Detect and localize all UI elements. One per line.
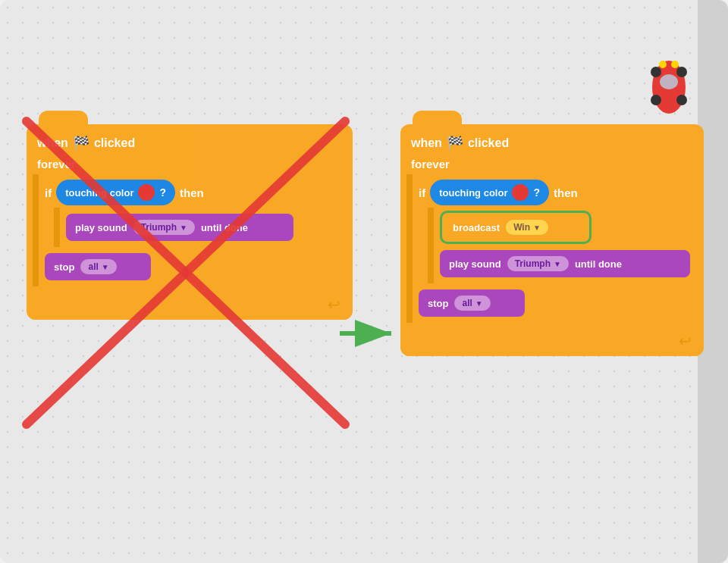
win-dropdown[interactable]: Win ▼ [506,220,548,235]
right-all-text: all [462,298,472,308]
svg-point-3 [676,95,687,105]
right-if-row: if touching color ? then [419,177,698,208]
left-sub-inner: play sound Triumph ▼ until done [54,208,347,247]
left-question: ? [159,186,166,199]
left-when-clicked-row: when 🏁 clicked [27,124,353,156]
left-color-dot [138,184,155,201]
left-then-text: then [180,186,204,199]
green-arrow [340,318,400,349]
left-inner: if touching color ? then play sound Triu… [33,174,347,286]
broadcast-label: broadcast [453,222,500,233]
main-container: when 🏁 clicked forever if touching color… [0,0,728,563]
left-touching-text: touching color [65,187,133,199]
left-all-dropdown[interactable]: all ▼ [80,259,116,274]
hat-bump-left [39,111,88,126]
right-sub-inner: broadcast Win ▼ play sound Triumph ▼ [428,208,698,283]
right-sound-name: Triumph [515,258,551,269]
right-broadcast-block: broadcast Win ▼ [444,214,588,240]
right-curve-icon: ↩ [679,332,692,350]
win-text: Win [513,222,530,233]
broadcast-highlight-box: broadcast Win ▼ [440,211,592,244]
left-sound-name: Triumph [141,222,177,233]
left-until-done-text: until done [201,222,248,233]
right-color-dot [512,184,529,201]
right-block-container: when 🏁 clicked forever if touching color… [400,121,704,356]
car-sprite [648,53,690,117]
svg-point-7 [671,61,679,68]
svg-point-6 [659,61,667,68]
left-script: when 🏁 clicked forever if touching color… [27,124,353,320]
right-play-sound-text: play sound [449,258,501,270]
right-sound-arrow: ▼ [554,260,561,268]
left-sensing-block: touching color ? [56,180,175,205]
right-when-clicked-row: when 🏁 clicked [400,124,704,156]
right-question: ? [533,186,540,199]
right-script: when 🏁 clicked forever if touching color… [400,124,704,356]
right-touching-text: touching color [439,187,507,199]
left-forever-row: forever [27,156,353,174]
arrow-container [340,318,400,352]
left-curve-icon: ↩ [328,296,340,314]
right-sound-dropdown[interactable]: Triumph ▼ [507,256,569,271]
svg-point-4 [651,67,661,77]
left-play-sound-text: play sound [75,222,127,233]
right-then-text: then [554,186,578,199]
win-arrow-icon: ▼ [533,224,541,232]
left-bottom-bar: ↩ [27,289,353,320]
right-all-dropdown[interactable]: all ▼ [454,296,490,311]
left-stop-block: stop all ▼ [45,253,151,280]
right-flag-icon: 🏁 [447,135,463,152]
right-if-text: if [419,186,425,199]
right-stop-block: stop all ▼ [419,289,525,317]
right-inner: if touching color ? then broadcast [406,174,698,323]
left-stop-row: stop all ▼ [45,250,347,283]
left-all-arrow: ▼ [102,263,109,271]
left-when-text: when [37,136,68,150]
left-sound-block: play sound Triumph ▼ until done [66,214,293,241]
right-stop-row: stop all ▼ [419,286,698,320]
right-when-text: when [411,136,442,150]
svg-point-1 [660,74,678,89]
left-forever-text: forever [37,158,76,170]
left-all-text: all [88,261,98,272]
hat-bump-right [413,111,462,126]
svg-point-2 [651,95,661,105]
right-until-done-text: until done [575,258,622,270]
left-if-row: if touching color ? then [45,177,347,208]
left-flag-icon: 🏁 [73,135,89,152]
right-clicked-text: clicked [468,136,509,150]
left-clicked-text: clicked [94,136,135,150]
right-all-arrow: ▼ [475,299,483,308]
right-forever-row: forever [400,156,704,174]
left-if-text: if [45,186,52,199]
right-sensing-block: touching color ? [430,180,549,205]
left-block-container: when 🏁 clicked forever if touching color… [27,121,353,320]
left-sound-arrow: ▼ [180,224,187,232]
right-sound-block: play sound Triumph ▼ until done [440,250,690,277]
right-bottom-bar: ↩ [400,326,704,356]
svg-point-5 [676,67,687,77]
left-stop-text: stop [54,261,74,273]
left-sound-dropdown[interactable]: Triumph ▼ [133,220,195,235]
right-forever-text: forever [411,158,450,170]
right-stop-text: stop [428,298,448,309]
